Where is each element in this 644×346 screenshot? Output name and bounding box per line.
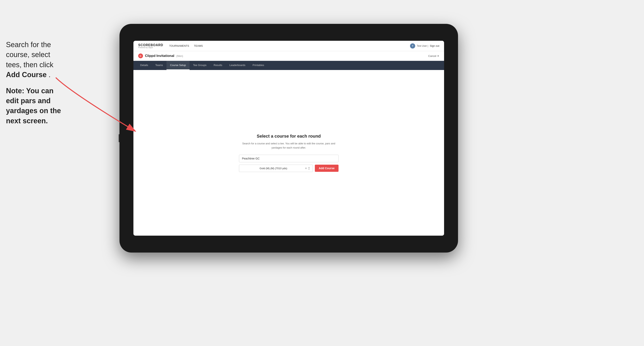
annotation-line1: Search for the course, select tees, then…: [6, 40, 53, 69]
cancel-label: Cancel: [428, 54, 436, 57]
tournament-header: C Clippd Invitational (Men) Cancel ✕: [134, 51, 444, 61]
tee-arrow-up-icon[interactable]: ▲: [308, 167, 310, 168]
cancel-x-icon: ✕: [437, 54, 439, 57]
tournament-name: Clippd Invitational: [145, 54, 174, 58]
user-label: Test User |: [417, 44, 428, 47]
annotation-period: .: [48, 71, 50, 79]
course-search-input[interactable]: [239, 155, 338, 162]
tab-tee-groups[interactable]: Tee Groups: [190, 61, 210, 70]
content-card: Select a course for each round Search fo…: [239, 134, 338, 172]
tab-teams[interactable]: Teams: [152, 61, 166, 70]
tab-printables[interactable]: Printables: [249, 61, 268, 70]
tournament-icon: C: [138, 53, 143, 58]
tee-select-controls: ▲ ▼: [308, 167, 310, 170]
tablet-side-button: [119, 134, 120, 142]
section-description: Search for a course and select a tee. Yo…: [239, 142, 338, 150]
logo-sub: Powered by clippd: [138, 46, 163, 48]
user-avatar: T: [410, 43, 415, 48]
add-course-button[interactable]: Add Course: [315, 165, 338, 172]
tee-selector-row: Gold (M) (M) (7010 yds) ✕ ▲ ▼ Add Course: [239, 165, 338, 172]
tournament-subtitle: (Men): [176, 54, 183, 57]
signout-link[interactable]: Sign out: [430, 44, 439, 47]
tab-bar: Details Teams Course Setup Tee Groups Re…: [134, 61, 444, 70]
annotation-note: Note: You can edit pars and yardages on …: [6, 87, 61, 125]
tab-course-setup[interactable]: Course Setup: [166, 61, 190, 70]
logo-text: SCOREBOARD: [138, 43, 163, 47]
section-title: Select a course for each round: [239, 134, 338, 139]
main-content: Select a course for each round Search fo…: [134, 70, 444, 236]
nav-teams[interactable]: TEAMS: [194, 44, 203, 47]
navbar: SCOREBOARD Powered by clippd TOURNAMENTS…: [134, 41, 444, 51]
tab-leaderboards[interactable]: Leaderboards: [226, 61, 249, 70]
tee-select-wrapper[interactable]: Gold (M) (M) (7010 yds) ✕ ▲ ▼: [239, 165, 313, 172]
tee-select-value: Gold (M) (M) (7010 yds): [242, 167, 305, 170]
logo-area: SCOREBOARD Powered by clippd: [138, 43, 163, 48]
tab-results[interactable]: Results: [210, 61, 226, 70]
tee-arrow-down-icon[interactable]: ▼: [308, 169, 310, 170]
tee-clear-icon[interactable]: ✕: [305, 167, 307, 170]
cancel-button[interactable]: Cancel ✕: [428, 54, 439, 57]
annotation-text: Search for the course, select tees, then…: [6, 40, 62, 132]
nav-right: T Test User | Sign out: [410, 43, 439, 48]
nav-links: TOURNAMENTS TEAMS: [169, 44, 410, 47]
nav-tournaments[interactable]: TOURNAMENTS: [169, 44, 189, 47]
tablet-screen: SCOREBOARD Powered by clippd TOURNAMENTS…: [134, 41, 444, 236]
tournament-title-area: C Clippd Invitational (Men): [138, 53, 183, 58]
tab-details[interactable]: Details: [136, 61, 152, 70]
annotation-bold: Add Course: [6, 71, 46, 79]
tablet-frame: SCOREBOARD Powered by clippd TOURNAMENTS…: [120, 24, 458, 253]
